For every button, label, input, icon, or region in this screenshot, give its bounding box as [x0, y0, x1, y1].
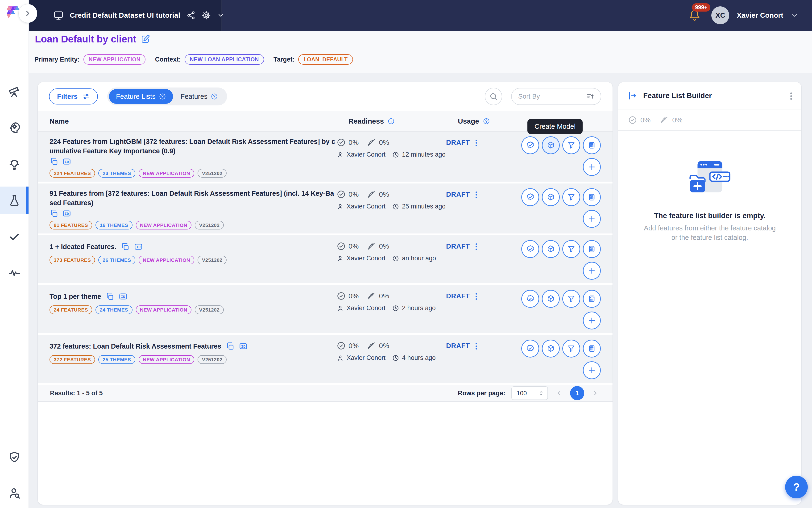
- themes-count-pill: 24 THEMES: [95, 305, 132, 314]
- row-author: Xavier Conort: [347, 255, 386, 262]
- sidebar-item-brain-gear-icon[interactable]: [0, 114, 29, 141]
- id-icon[interactable]: ID: [134, 242, 143, 251]
- share-icon[interactable]: [186, 11, 195, 20]
- calculator-icon: [588, 141, 596, 149]
- feature-list-name[interactable]: 224 Features from LightGBM [372 features…: [49, 137, 337, 156]
- column-name[interactable]: Name: [49, 117, 69, 125]
- chevron-down-icon[interactable]: [217, 12, 224, 19]
- copy-icon[interactable]: [49, 209, 58, 218]
- feature-list-builder-panel: Feature List Builder 0% 0% The feature l…: [618, 82, 802, 505]
- row-menu-button[interactable]: [476, 292, 477, 300]
- prev-page-button[interactable]: [554, 390, 564, 397]
- table-row[interactable]: 1 + Ideated Features. ID 373 FEATURES 26…: [38, 236, 613, 285]
- sidebar-item-flask-icon[interactable]: [0, 186, 29, 214]
- table-row[interactable]: 372 features: Loan Default Risk Assessme…: [38, 335, 613, 385]
- filter-action-button[interactable]: [562, 290, 580, 308]
- create-model-button[interactable]: [542, 290, 560, 308]
- row-menu-button[interactable]: [476, 342, 477, 349]
- sidebar-item-user-search-icon[interactable]: [0, 479, 29, 507]
- plus-icon: [587, 266, 596, 275]
- user-menu-chevron-icon[interactable]: [791, 11, 798, 19]
- gear-icon[interactable]: [201, 11, 211, 20]
- row-menu-button[interactable]: [476, 139, 477, 146]
- add-to-builder-button[interactable]: [583, 158, 601, 176]
- next-page-button[interactable]: [590, 390, 600, 397]
- compute-action-button[interactable]: [583, 290, 601, 308]
- readiness-action-button[interactable]: [521, 240, 539, 258]
- search-button[interactable]: [485, 88, 502, 105]
- create-model-button[interactable]: [542, 188, 560, 206]
- avatar[interactable]: XC: [711, 6, 729, 24]
- person-icon: [337, 305, 344, 312]
- filter-action-button[interactable]: [562, 188, 580, 206]
- themes-count-pill: 23 THEMES: [98, 169, 135, 178]
- readiness-action-button[interactable]: [521, 290, 539, 308]
- builder-menu-button[interactable]: [790, 91, 792, 100]
- edit-icon[interactable]: [140, 34, 150, 44]
- help-fab-button[interactable]: ?: [785, 476, 808, 498]
- compute-action-button[interactable]: [583, 340, 601, 357]
- svg-text:ID: ID: [136, 245, 140, 249]
- filters-button[interactable]: Filters: [49, 88, 98, 104]
- funnel-icon: [567, 345, 575, 352]
- readiness-action-button[interactable]: [521, 340, 539, 357]
- copy-icon[interactable]: [121, 242, 130, 251]
- id-icon[interactable]: ID: [62, 157, 71, 166]
- status-badge: DRAFT: [446, 139, 470, 146]
- sidebar-item-pulse-icon[interactable]: [0, 259, 29, 286]
- filter-action-button[interactable]: [562, 136, 580, 154]
- table-row[interactable]: 224 Features from LightGBM [372 features…: [38, 132, 613, 183]
- column-usage[interactable]: Usage: [458, 117, 479, 125]
- copy-icon[interactable]: [105, 292, 115, 301]
- copy-icon[interactable]: [49, 157, 58, 166]
- copy-icon[interactable]: [226, 342, 235, 351]
- create-model-button[interactable]: [542, 240, 560, 258]
- sort-by-field[interactable]: [511, 88, 601, 105]
- id-icon[interactable]: ID: [239, 342, 248, 351]
- page-number[interactable]: 1: [570, 386, 584, 400]
- sidebar-item-check-icon[interactable]: [0, 223, 29, 250]
- compute-action-button[interactable]: [583, 188, 601, 206]
- tab-features[interactable]: Features: [173, 89, 225, 104]
- filter-action-button[interactable]: [562, 240, 580, 258]
- create-model-button[interactable]: [542, 340, 560, 357]
- readiness-check-icon: [337, 242, 346, 251]
- tab-feature-lists[interactable]: Feature Lists: [109, 89, 173, 104]
- rows-per-page-select[interactable]: 100: [511, 386, 548, 400]
- sidebar-item-telescope-icon[interactable]: [0, 78, 29, 105]
- add-to-builder-button[interactable]: [583, 311, 601, 330]
- add-to-builder-button[interactable]: [583, 262, 601, 280]
- compute-action-button[interactable]: [583, 240, 601, 258]
- create-model-button[interactable]: [542, 136, 560, 154]
- sort-by-input[interactable]: [518, 92, 583, 100]
- version-pill: V251202: [195, 221, 224, 229]
- add-to-builder-button[interactable]: [583, 361, 601, 379]
- table-row[interactable]: Top 1 per theme ID 24 FEATURES 24 THEMES…: [38, 285, 613, 335]
- feature-list-name[interactable]: Top 1 per theme: [49, 292, 101, 301]
- id-icon[interactable]: ID: [62, 209, 71, 218]
- row-updated: 4 hours ago: [402, 354, 436, 362]
- funnel-icon: [567, 295, 575, 303]
- feature-list-name[interactable]: 372 features: Loan Default Risk Assessme…: [49, 341, 221, 351]
- column-readiness[interactable]: Readiness: [349, 117, 384, 125]
- version-pill: V251202: [197, 169, 227, 178]
- notifications-button[interactable]: 999+: [689, 9, 701, 21]
- sidebar-item-shield-check-icon[interactable]: [0, 443, 29, 471]
- sidebar-expand-button[interactable]: [18, 4, 37, 23]
- table-row[interactable]: 91 Features from [372 features: Loan Def…: [38, 183, 613, 236]
- monitor-icon: [53, 10, 64, 20]
- readiness-action-button[interactable]: [521, 136, 539, 154]
- compute-action-button[interactable]: [583, 136, 601, 154]
- production-disabled-icon: [660, 115, 669, 125]
- row-menu-button[interactable]: [476, 190, 477, 198]
- project-switcher[interactable]: Credit Default Dataset UI tutorial: [29, 0, 222, 31]
- feature-list-name[interactable]: 1 + Ideated Features.: [49, 242, 117, 251]
- readiness-action-button[interactable]: [521, 188, 539, 206]
- id-icon[interactable]: ID: [119, 292, 128, 301]
- add-to-builder-button[interactable]: [583, 210, 601, 228]
- row-menu-button[interactable]: [476, 243, 477, 250]
- page-title: Loan Default by client: [35, 34, 136, 45]
- feature-list-name[interactable]: 91 Features from [372 features: Loan Def…: [49, 189, 337, 208]
- sidebar-item-lightbulb-icon[interactable]: [0, 151, 29, 178]
- filter-action-button[interactable]: [562, 340, 580, 357]
